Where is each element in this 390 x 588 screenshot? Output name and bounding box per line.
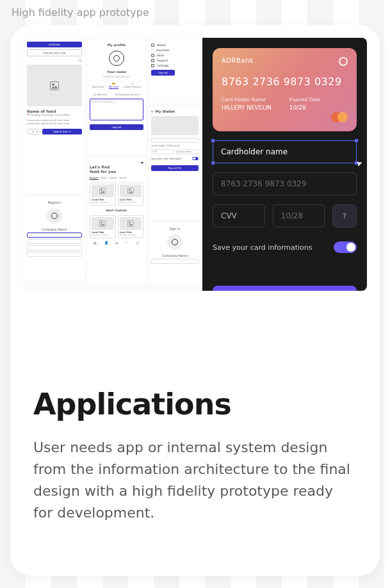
wireframe-column-3: Wallet Favorites FAQs Support Settings L… <box>147 38 202 291</box>
image-icon <box>127 220 134 227</box>
best-choices-label: Best Choices <box>90 209 143 212</box>
save-card-toggle[interactable] <box>334 241 357 253</box>
cart-icon: 🛒 <box>27 58 82 62</box>
menu-faqs: FAQs <box>151 54 199 57</box>
menu-wallet: Wallet <box>151 44 199 47</box>
credit-card-preview: ADRBank 8763 2736 9873 0329 Card Holder … <box>213 48 357 131</box>
image-icon <box>127 188 134 194</box>
wireframe-profile: My profile Your name youremail@mail.com … <box>87 39 146 154</box>
image-icon <box>99 188 106 194</box>
cardholder-field <box>151 138 199 143</box>
card-holder-block: Card Holder Name HILLERY NEVELIN <box>222 97 272 111</box>
address-input: Enter your address___ <box>90 99 143 120</box>
username-field <box>151 259 199 264</box>
shipping-option: ⚙ Shipping options <box>115 93 139 96</box>
food-grid-2: Card TitleSydney, Australia Card TitleSy… <box>90 215 143 238</box>
bank-name: ADRBank <box>222 57 348 64</box>
profile-email: youremail@mail.com <box>90 75 143 78</box>
wallet-title: ← My Wallet <box>151 110 199 113</box>
bank-card-form-panel: ADRBank 8763 2736 9873 0329 Card Holder … <box>202 38 367 291</box>
cvv-field: CVV <box>151 149 174 154</box>
prototype-mockup: Continue Choose your card 🛒 Name of food… <box>23 38 367 291</box>
profile-name: Your name <box>90 70 143 74</box>
quantity-stepper: - 2 + <box>27 129 40 135</box>
card-number-display: 1234 5687 3728 0115 <box>151 144 199 147</box>
service-card: Continue Choose your card 🛒 Name of food… <box>10 25 380 576</box>
nav-user-icon: 👤 <box>104 241 108 245</box>
pay-button: Pay $17.5 <box>151 165 199 171</box>
avatar-placeholder <box>47 208 62 224</box>
help-button[interactable]: ? <box>332 204 357 227</box>
wireframe-side-menu: Wallet Favorites FAQs Support Settings L… <box>149 39 201 103</box>
section-heading: Applications <box>33 387 357 421</box>
company-name: Company Name <box>151 254 199 257</box>
signin-title: Sign in <box>151 227 199 231</box>
continue-button: Continue <box>27 42 82 47</box>
nav-home-icon: ⌂ <box>116 241 118 245</box>
password-field <box>27 245 82 250</box>
company-name: Company Name <box>27 227 82 231</box>
wireframe-wallet: ← My Wallet 1234 5687 3728 0115 CVV Expi… <box>149 107 201 219</box>
faq-icon <box>151 54 154 57</box>
wireframe-column-1: Continue Choose your card 🛒 Name of food… <box>23 38 86 291</box>
food-card: Card TitleSydney, Australia <box>118 215 144 238</box>
cardholder-name-input[interactable]: Cardholder name ➤ <box>213 140 357 163</box>
card-expiry-block: Expired Date 10/28 <box>289 97 321 111</box>
email-field <box>27 233 82 238</box>
nav-heart-icon: ♡ <box>126 241 128 245</box>
food-title: Name of food <box>27 109 82 113</box>
food-location: 📍 Sydney, Australia ★ 5.0 (500) <box>27 113 82 117</box>
confirm-password-field <box>27 252 82 257</box>
food-description: Consectetur adipiscing elit dolor amet c… <box>27 119 82 125</box>
food-image-placeholder <box>27 65 82 106</box>
wireframe-food-detail: Continue Choose your card 🛒 Name of food… <box>24 39 85 193</box>
wireframe-signin: Sign in Company Name <box>149 223 201 284</box>
support-icon <box>151 59 154 62</box>
holder-label: Card Holder Name <box>222 97 272 102</box>
mastercard-icon <box>331 112 348 122</box>
selection-handle <box>211 161 215 165</box>
cvv-input[interactable]: CVV <box>213 204 265 227</box>
submit-button[interactable] <box>213 286 357 291</box>
cursor-icon: ➤ <box>355 158 364 169</box>
cat-pasta: Pasta <box>110 176 117 180</box>
selection-handle <box>211 139 215 142</box>
tab-cart: 💳My Cart <box>109 82 119 89</box>
food-card: Card TitleSydney, Australia <box>118 183 144 206</box>
wireframe-column-2: My profile Your name youremail@mail.com … <box>86 38 147 291</box>
user-avatar <box>109 51 124 66</box>
heart-icon <box>151 49 154 52</box>
image-icon <box>99 220 106 227</box>
caption: High fidelity app prototype <box>0 0 390 25</box>
card-number: 8763 2736 9873 0329 <box>222 76 348 88</box>
avatar-placeholder <box>167 234 183 250</box>
menu-support: Support <box>151 59 199 62</box>
tab-history: ↻Order History <box>124 82 141 89</box>
expiry-input[interactable]: 10/28 <box>273 204 325 227</box>
nav-cart-icon: 🛒 <box>136 241 140 245</box>
find-title-2: food for you <box>90 169 143 174</box>
food-card: Card TitleSydney, Australia <box>90 183 116 206</box>
menu-settings: Settings <box>151 64 199 67</box>
gear-icon <box>151 64 154 67</box>
profile-tabs: Favorites 💳My Cart ↻Order History <box>90 82 143 89</box>
logout-button: Log out <box>90 124 143 130</box>
image-icon <box>50 81 59 90</box>
card-content: Applications User needs app or internal … <box>10 304 380 547</box>
wireframe-register: Register Company Name <box>24 197 85 280</box>
menu-favorites: Favorites <box>151 49 199 52</box>
save-info-label: Save your card information <box>151 158 182 160</box>
fullname-field <box>27 239 82 244</box>
section-description: User needs app or internal system design… <box>33 437 357 524</box>
expiry-label: Expired Date <box>289 97 321 102</box>
selection-handle <box>355 139 358 142</box>
expiry-value: 10/28 <box>289 104 321 111</box>
card-number-input[interactable]: 8763 2736 9873 0329 <box>213 172 357 195</box>
wallet-icon <box>151 44 154 47</box>
food-grid: Card TitleSydney, Australia Card TitleSy… <box>90 183 143 206</box>
save-card-label: Save your card informations <box>213 243 313 252</box>
food-card: Card TitleSydney, Australia <box>90 215 116 238</box>
register-title: Register <box>27 200 82 204</box>
nav-grid-icon: ▦ <box>93 241 97 245</box>
cat-burger: Burger <box>90 176 99 180</box>
